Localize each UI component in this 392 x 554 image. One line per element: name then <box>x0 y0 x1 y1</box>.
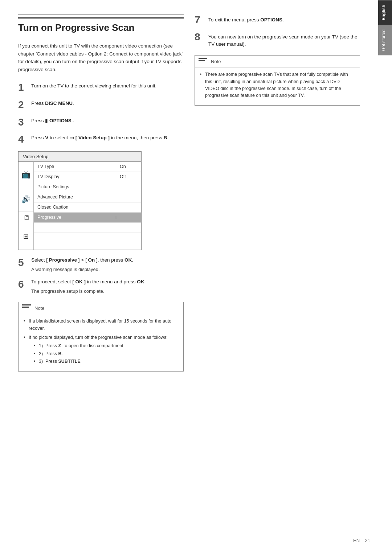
note-left-subitem-1: 1) Press Z to open the disc compartment. <box>34 342 178 349</box>
menu-value-progressive <box>116 216 141 219</box>
menu-row-empty1 <box>34 223 141 233</box>
step-number-4: 4 <box>18 133 28 145</box>
footer-en: EN <box>353 538 360 543</box>
step-1: 1 Turn on the TV to the correct viewing … <box>18 81 184 94</box>
note-icon-right <box>199 58 208 65</box>
step-8: 8 You can now turn on the progressive sc… <box>195 32 360 48</box>
step-number-8: 8 <box>195 32 205 43</box>
video-setup-title: Video Setup <box>19 152 141 162</box>
menu-value-tvtype: On <box>116 163 141 171</box>
note-header-right: Note <box>195 56 360 67</box>
title-divider <box>18 15 184 15</box>
step-number-7: 7 <box>195 15 205 26</box>
menu-label-tvtype: TV Type <box>34 163 116 171</box>
side-tab-english[interactable]: English <box>378 0 392 25</box>
menu-row-empty2 <box>34 233 141 243</box>
menu-label-closedcaption: Closed Caption <box>34 203 116 211</box>
footer-page-number: 21 <box>365 538 370 543</box>
step-text-7: To exit the menu, press OPTIONS. <box>208 15 284 24</box>
menu-row-closedcaption: Closed Caption <box>34 202 141 213</box>
note-box-right: Note There are some progressive scan TVs… <box>195 55 360 106</box>
menu-value-picturesettings <box>116 185 141 188</box>
menu-value-advancedpicture <box>116 196 141 198</box>
step-3: 3 Press ▮ OPTIONS.. <box>18 116 184 128</box>
step-7: 7 To exit the menu, press OPTIONS. <box>195 15 360 26</box>
note-left-item-2: If no picture displayed, turn off the pr… <box>24 334 178 365</box>
icons-column: 📺 🔊 🖥 ⊞ <box>19 162 34 250</box>
step-text-3: Press ▮ OPTIONS.. <box>31 116 74 124</box>
note-right-item-1: There are some progressive scan TVs that… <box>200 71 355 99</box>
step-2: 2 Press DISC MENU. <box>18 99 184 111</box>
menu-rows: TV Type On TV Display Off Picture Settin… <box>34 162 141 250</box>
intro-text: If you connect this unit to TV with the … <box>18 42 184 73</box>
menu-value-tvdisplay: Off <box>116 173 141 181</box>
page-title: Turn on Progressive Scan <box>18 17 184 36</box>
side-tab-get-started[interactable]: Get started <box>378 25 392 55</box>
grid-icon-cell: ⊞ <box>19 224 33 249</box>
menu-value-closedcaption <box>116 206 141 209</box>
menu-row-advancedpicture: Advanced Picture <box>34 192 141 202</box>
tv-icon: 📺 <box>21 170 30 179</box>
note-title-right: Note <box>211 59 221 64</box>
side-tab-english-label: English <box>381 5 386 20</box>
menu-value-empty2 <box>116 237 141 239</box>
step-text-4: Press V to select ▭ [ Video Setup ] in t… <box>31 133 168 141</box>
step-text-8: You can now turn on the progressive scan… <box>208 32 360 48</box>
note-header-left: Note <box>19 302 183 314</box>
menu-row-progressive: Progressive <box>34 213 141 223</box>
speaker-icon: 🔊 <box>21 195 30 204</box>
speaker-icon-group: 🔊 <box>19 187 33 212</box>
menu-label-tvdisplay: TV Display <box>34 173 116 181</box>
step-5: 5 Select [ Progressive ] > [ On ], then … <box>18 257 184 273</box>
step-text-5: Select [ Progressive ] > [ On ], then pr… <box>31 256 133 263</box>
tv-icon-group: 📺 <box>19 163 33 187</box>
menu-row-picturesettings: Picture Settings <box>34 182 141 192</box>
note-left-subitem-2: 2) Press B. <box>34 350 178 357</box>
grid-icon: ⊞ <box>23 233 29 241</box>
note-content-left: If a blank/distorted screen is displayed… <box>19 314 183 371</box>
right-column: 7 To exit the menu, press OPTIONS. 8 You… <box>195 15 360 539</box>
video-setup-title-text: Video Setup <box>23 154 49 159</box>
video-setup-table: Video Setup 📺 🔊 <box>18 151 142 250</box>
note-left-item-1: If a blank/distorted screen is displayed… <box>24 318 178 332</box>
step-number-5: 5 <box>18 257 28 269</box>
menu-row-tvdisplay: TV Display Off <box>34 172 141 182</box>
note-box-left: Note If a blank/distorted screen is disp… <box>18 302 184 371</box>
menu-label-picturesettings: Picture Settings <box>34 183 116 191</box>
step-number-6: 6 <box>18 278 28 291</box>
menu-value-empty1 <box>116 226 141 229</box>
menu-label-empty2 <box>34 237 116 239</box>
screen-icon: 🖥 <box>23 214 29 222</box>
left-column: Turn on Progressive Scan If you connect … <box>18 15 184 539</box>
step-text-1: Turn on the TV to the correct viewing ch… <box>31 81 156 90</box>
step-6-sub: The progressive setup is complete. <box>31 288 146 295</box>
step-4: 4 Press V to select ▭ [ Video Setup ] in… <box>18 133 184 145</box>
step-number-2: 2 <box>18 99 28 111</box>
main-content: Turn on Progressive Scan If you connect … <box>0 0 378 554</box>
page-container: Turn on Progressive Scan If you connect … <box>0 0 392 554</box>
note-icon-left <box>22 304 32 312</box>
menu-label-empty1 <box>34 226 116 229</box>
step-number-3: 3 <box>18 116 28 128</box>
step-number-1: 1 <box>18 81 28 94</box>
screen-icon-cell: 🖥 <box>19 212 33 224</box>
menu-label-advancedpicture: Advanced Picture <box>34 193 116 201</box>
side-tabs: English Get started <box>378 0 392 554</box>
note-content-right: There are some progressive scan TVs that… <box>195 67 360 105</box>
step-text-6: To proceed, select [ OK ] in the menu an… <box>31 278 146 284</box>
note-left-subitem-3: 3) Press SUBTITLE. <box>34 358 178 365</box>
menu-row-tvtype: TV Type On <box>34 162 141 172</box>
step-6: 6 To proceed, select [ OK ] in the menu … <box>18 278 184 295</box>
note-title-left: Note <box>34 305 44 311</box>
side-tab-get-started-label: Get started <box>381 29 386 51</box>
menu-label-progressive: Progressive <box>34 213 116 221</box>
video-setup-body: 📺 🔊 🖥 ⊞ <box>19 162 141 250</box>
step-5-sub: A warning message is displayed. <box>31 266 133 273</box>
page-footer: EN 21 <box>353 538 370 543</box>
step-text-2: Press DISC MENU. <box>31 99 74 107</box>
